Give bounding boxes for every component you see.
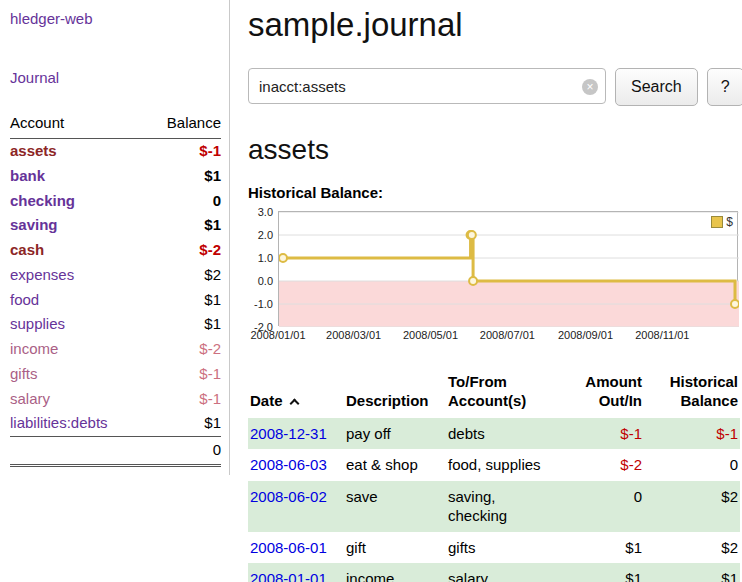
register-header-date[interactable]: Date: [248, 371, 344, 418]
register-row: 2008-06-03 eat & shop food, supplies $-2…: [248, 449, 740, 481]
y-axis-tick-label: -1.0: [254, 298, 273, 310]
accounts-total-row: 0: [10, 437, 221, 466]
y-axis-tick-label: 1.0: [258, 252, 273, 264]
chart-plot-row: 3.02.01.00.0-1.0-2.0 $: [248, 211, 738, 326]
legend-swatch-icon: [711, 216, 723, 228]
sidebar-account-expenses[interactable]: expenses: [10, 266, 74, 283]
app-title-link[interactable]: hledger-web: [10, 10, 221, 27]
transaction-accounts: food, supplies: [446, 449, 554, 481]
transaction-accounts: salary: [446, 563, 554, 582]
sidebar-account-bank[interactable]: bank: [10, 167, 45, 184]
transaction-date-link[interactable]: 2008-06-03: [250, 456, 327, 473]
sidebar-account-liabilities-debts[interactable]: liabilities:debts: [10, 414, 108, 431]
chart-plot-area: $: [278, 211, 738, 326]
register-header-row: Date Description To/From Account(s) Amou…: [248, 371, 740, 418]
main-content: sample.journal × Search ? assets Histori…: [230, 0, 742, 582]
transaction-amount: $-2: [554, 449, 644, 481]
sidebar-account-cash[interactable]: cash: [10, 241, 44, 258]
account-balance: $1: [146, 312, 221, 337]
search-input[interactable]: [248, 68, 606, 104]
x-axis-tick-label: 2008/03/01: [326, 329, 381, 341]
transaction-date-link[interactable]: 2008-12-31: [250, 425, 327, 442]
sidebar-account-salary[interactable]: salary: [10, 390, 50, 407]
y-axis-labels: 3.02.01.00.0-1.0-2.0: [248, 211, 278, 326]
account-row-liabilities-debts: liabilities:debts $1: [10, 411, 221, 436]
transaction-amount: $1: [554, 563, 644, 582]
register-header-description: Description: [344, 371, 446, 418]
register-header-balance: Historical Balance: [644, 371, 740, 418]
legend-label: $: [726, 215, 733, 229]
transaction-date-link[interactable]: 2008-06-02: [250, 488, 327, 505]
historical-balance-chart: 3.02.01.00.0-1.0-2.0 $ 2008/01/012008/03…: [248, 211, 738, 345]
transaction-date-link[interactable]: 2008-06-01: [250, 539, 327, 556]
transaction-date-link[interactable]: 2008-01-01: [250, 570, 327, 582]
accounts-table: Account Balance assets $-1 bank $1 check…: [10, 112, 221, 467]
sidebar-account-assets[interactable]: assets: [10, 142, 57, 159]
sidebar-account-food[interactable]: food: [10, 291, 39, 308]
sidebar: hledger-web Journal Account Balance asse…: [0, 0, 230, 475]
account-row-cash: cash $-2: [10, 238, 221, 263]
account-balance: 0: [146, 189, 221, 214]
x-axis-tick-label: 2008/09/01: [558, 329, 613, 341]
transaction-description: eat & shop: [344, 449, 446, 481]
transaction-amount: $1: [554, 532, 644, 564]
account-row-saving: saving $1: [10, 213, 221, 238]
account-row-salary: salary $-1: [10, 387, 221, 412]
sidebar-account-saving[interactable]: saving: [10, 216, 58, 233]
y-axis-tick-label: 2.0: [258, 229, 273, 241]
page-title: sample.journal: [248, 6, 738, 44]
account-row-expenses: expenses $2: [10, 263, 221, 288]
register-table: Date Description To/From Account(s) Amou…: [248, 371, 740, 582]
transaction-amount: $-1: [554, 418, 644, 450]
account-heading: assets: [248, 134, 738, 166]
transaction-amount: 0: [554, 481, 644, 532]
account-row-supplies: supplies $1: [10, 312, 221, 337]
hledger-web-app: hledger-web Journal Account Balance asse…: [0, 0, 742, 582]
accounts-table-header: Account Balance: [10, 112, 221, 139]
account-row-income: income $-2: [10, 337, 221, 362]
x-axis-tick-label: 2008/01/01: [250, 329, 305, 341]
accounts-total-balance: 0: [146, 437, 221, 466]
account-balance: $-1: [146, 362, 221, 387]
transaction-balance: $2: [644, 532, 740, 564]
clear-search-icon[interactable]: ×: [582, 79, 598, 95]
sidebar-item-journal[interactable]: Journal: [10, 69, 221, 86]
account-balance: $1: [146, 213, 221, 238]
register-row: 2008-12-31 pay off debts $-1 $-1: [248, 418, 740, 450]
transaction-balance: $1: [644, 563, 740, 582]
x-axis-tick-label: 2008/11/01: [635, 329, 689, 341]
account-row-bank: bank $1: [10, 164, 221, 189]
account-balance: $1: [146, 411, 221, 436]
transaction-description: income: [344, 563, 446, 582]
transaction-balance: $2: [644, 481, 740, 532]
register-header-amount: Amount Out/In: [554, 371, 644, 418]
y-axis-tick-label: 3.0: [258, 206, 273, 218]
register-row: 2008-06-02 save saving, checking 0 $2: [248, 481, 740, 532]
transaction-description: pay off: [344, 418, 446, 450]
accounts-header-balance: Balance: [146, 112, 221, 139]
account-balance: $1: [146, 164, 221, 189]
account-balance: $1: [146, 288, 221, 313]
sort-ascending-icon: [289, 398, 299, 408]
transaction-accounts: saving, checking: [446, 481, 554, 532]
account-balance: $-1: [146, 139, 221, 164]
sidebar-account-supplies[interactable]: supplies: [10, 315, 65, 332]
transaction-accounts: debts: [446, 418, 554, 450]
sidebar-account-income[interactable]: income: [10, 340, 58, 357]
x-axis-labels: 2008/01/012008/03/012008/05/012008/07/01…: [278, 329, 738, 345]
sidebar-account-gifts[interactable]: gifts: [10, 365, 38, 382]
y-axis-tick-label: 0.0: [258, 275, 273, 287]
accounts-header-account: Account: [10, 112, 146, 139]
sidebar-account-checking[interactable]: checking: [10, 192, 75, 209]
account-balance: $-2: [146, 238, 221, 263]
search-button[interactable]: Search: [615, 68, 698, 106]
register-header-accounts: To/From Account(s): [446, 371, 554, 418]
search-bar: × Search ?: [248, 68, 738, 106]
x-axis-tick-label: 2008/07/01: [480, 329, 535, 341]
account-row-assets: assets $-1: [10, 139, 221, 164]
account-balance: $-2: [146, 337, 221, 362]
chart-svg: [279, 212, 739, 327]
search-field-wrap: ×: [248, 68, 606, 106]
transaction-accounts: gifts: [446, 532, 554, 564]
help-button[interactable]: ?: [707, 68, 742, 106]
